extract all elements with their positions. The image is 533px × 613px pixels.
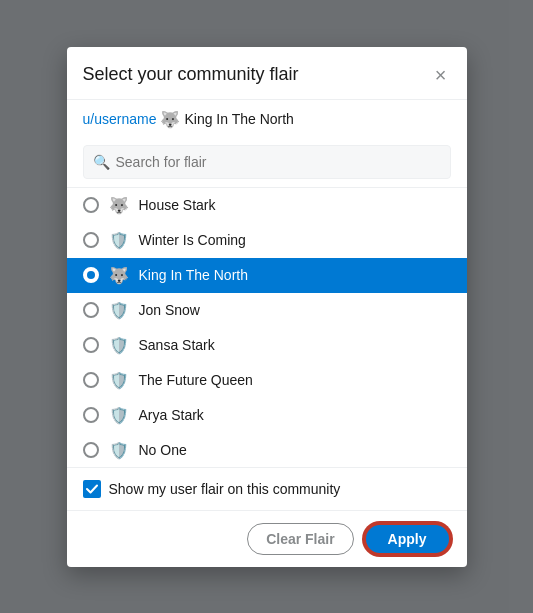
modal-footer: Clear Flair Apply xyxy=(67,510,467,567)
radio-king-in-the-north xyxy=(83,267,99,283)
flair-label-sansa-stark: Sansa Stark xyxy=(139,337,215,353)
flair-item-king-in-the-north[interactable]: 🐺King In The North xyxy=(67,258,467,293)
radio-house-stark xyxy=(83,197,99,213)
flair-item-jon-snow[interactable]: 🛡️Jon Snow xyxy=(67,293,467,328)
flair-item-the-future-queen[interactable]: 🛡️The Future Queen xyxy=(67,363,467,398)
flair-emoji-no-one: 🛡️ xyxy=(109,441,129,460)
modal-header: Select your community flair × xyxy=(67,47,467,100)
show-flair-section: Show my user flair on this community xyxy=(67,467,467,510)
user-flair-info: u/username 🐺 King In The North xyxy=(67,100,467,137)
flair-label-king-in-the-north: King In The North xyxy=(139,267,248,283)
flair-label-the-future-queen: The Future Queen xyxy=(139,372,253,388)
user-flair-emoji: 🐺 xyxy=(160,110,180,129)
flair-emoji-jon-snow: 🛡️ xyxy=(109,301,129,320)
flair-item-no-one[interactable]: 🛡️No One xyxy=(67,433,467,467)
modal-title: Select your community flair xyxy=(83,64,299,85)
flair-emoji-the-future-queen: 🛡️ xyxy=(109,371,129,390)
radio-jon-snow xyxy=(83,302,99,318)
radio-winter-is-coming xyxy=(83,232,99,248)
flair-modal: Select your community flair × u/username… xyxy=(67,47,467,567)
flair-label-jon-snow: Jon Snow xyxy=(139,302,200,318)
user-current-flair: King In The North xyxy=(184,111,293,127)
search-input[interactable] xyxy=(83,145,451,179)
flair-label-house-stark: House Stark xyxy=(139,197,216,213)
flair-list: 🐺House Stark🛡️Winter Is Coming🐺King In T… xyxy=(67,187,467,467)
close-button[interactable]: × xyxy=(431,63,451,87)
radio-no-one xyxy=(83,442,99,458)
apply-button[interactable]: Apply xyxy=(364,523,451,555)
flair-item-house-stark[interactable]: 🐺House Stark xyxy=(67,188,467,223)
radio-arya-stark xyxy=(83,407,99,423)
username: u/username xyxy=(83,111,157,127)
flair-emoji-house-stark: 🐺 xyxy=(109,196,129,215)
radio-sansa-stark xyxy=(83,337,99,353)
search-area: 🔍 xyxy=(67,137,467,187)
flair-item-winter-is-coming[interactable]: 🛡️Winter Is Coming xyxy=(67,223,467,258)
flair-label-arya-stark: Arya Stark xyxy=(139,407,204,423)
flair-emoji-winter-is-coming: 🛡️ xyxy=(109,231,129,250)
flair-item-sansa-stark[interactable]: 🛡️Sansa Stark xyxy=(67,328,467,363)
show-flair-checkbox[interactable] xyxy=(83,480,101,498)
flair-label-no-one: No One xyxy=(139,442,187,458)
flair-item-arya-stark[interactable]: 🛡️Arya Stark xyxy=(67,398,467,433)
flair-emoji-king-in-the-north: 🐺 xyxy=(109,266,129,285)
show-flair-label: Show my user flair on this community xyxy=(109,481,341,497)
flair-emoji-arya-stark: 🛡️ xyxy=(109,406,129,425)
flair-emoji-sansa-stark: 🛡️ xyxy=(109,336,129,355)
clear-flair-button[interactable]: Clear Flair xyxy=(247,523,353,555)
radio-the-future-queen xyxy=(83,372,99,388)
flair-label-winter-is-coming: Winter Is Coming xyxy=(139,232,246,248)
